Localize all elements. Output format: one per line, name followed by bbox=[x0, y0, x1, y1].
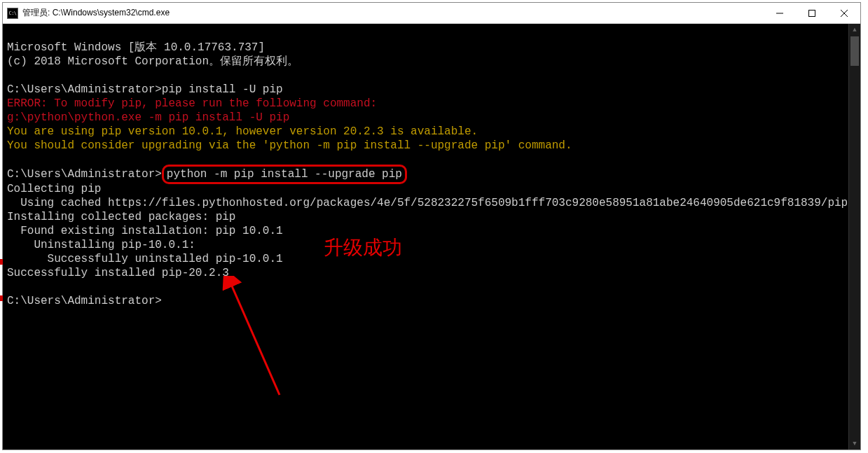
margin-marker-icon bbox=[0, 259, 3, 265]
cmd-icon: C:\ bbox=[7, 8, 18, 19]
window-title: 管理员: C:\Windows\system32\cmd.exe bbox=[22, 7, 764, 19]
terminal-line: Collecting pip bbox=[7, 183, 101, 195]
terminal-line: (c) 2018 Microsoft Corporation。保留所有权利。 bbox=[7, 55, 298, 68]
annotation-arrow-icon bbox=[220, 276, 304, 402]
minimize-button[interactable] bbox=[764, 3, 796, 23]
terminal-line: Microsoft Windows [版本 10.0.17763.737] bbox=[7, 41, 265, 54]
maximize-button[interactable] bbox=[796, 3, 828, 23]
window-controls bbox=[764, 3, 860, 23]
terminal-line: Using cached https://files.pythonhosted.… bbox=[7, 197, 860, 209]
terminal-warning: You should consider upgrading via the 'p… bbox=[7, 139, 572, 152]
close-button[interactable] bbox=[828, 3, 860, 23]
svg-line-1 bbox=[230, 283, 280, 395]
titlebar[interactable]: C:\ 管理员: C:\Windows\system32\cmd.exe bbox=[3, 3, 860, 24]
cmd-window: C:\ 管理员: C:\Windows\system32\cmd.exe Mic… bbox=[2, 2, 861, 450]
scrollbar-down-icon[interactable]: ▼ bbox=[849, 438, 860, 449]
terminal-warning: You are using pip version 10.0.1, howeve… bbox=[7, 125, 478, 138]
terminal-error: g:\python\python.exe -m pip install -U p… bbox=[7, 111, 289, 124]
margin-marker-icon bbox=[0, 295, 3, 301]
terminal-prompt: C:\Users\Administrator> bbox=[7, 295, 162, 307]
terminal-prompt: C:\Users\Administrator> bbox=[7, 168, 162, 181]
annotation-text: 升级成功 bbox=[324, 241, 402, 255]
terminal-line: Successfully uninstalled pip-10.0.1 bbox=[7, 253, 283, 265]
terminal-line: Successfully installed pip-20.2.3 bbox=[7, 267, 229, 279]
terminal-error: ERROR: To modify pip, please run the fol… bbox=[7, 97, 377, 110]
terminal-scrollbar[interactable]: ▲ ▼ bbox=[848, 24, 860, 449]
terminal-command: pip install -U pip bbox=[162, 83, 283, 96]
terminal-area[interactable]: Microsoft Windows [版本 10.0.17763.737] (c… bbox=[3, 24, 860, 449]
scrollbar-thumb[interactable] bbox=[850, 36, 859, 66]
terminal-prompt: C:\Users\Administrator> bbox=[7, 83, 162, 96]
terminal-line: Uninstalling pip-10.0.1: bbox=[7, 239, 195, 251]
highlighted-command: python -m pip install --upgrade pip bbox=[162, 165, 407, 184]
terminal-command: python -m pip install --upgrade pip bbox=[167, 168, 402, 181]
terminal-line: Found existing installation: pip 10.0.1 bbox=[7, 225, 283, 237]
scrollbar-up-icon[interactable]: ▲ bbox=[849, 24, 860, 36]
svg-rect-0 bbox=[809, 10, 815, 16]
terminal-line: Installing collected packages: pip bbox=[7, 211, 235, 223]
